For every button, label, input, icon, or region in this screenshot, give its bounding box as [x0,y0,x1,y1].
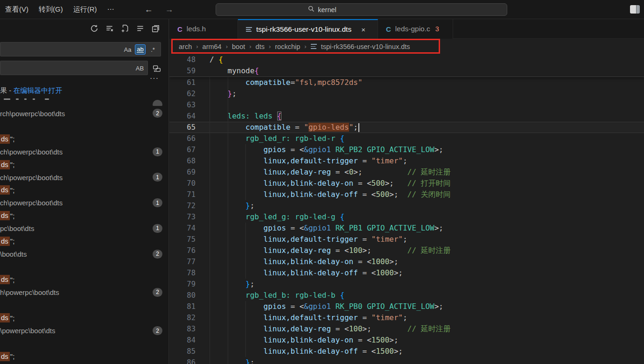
close-tab-icon[interactable]: × [361,26,365,34]
code-line-text: }; [210,88,237,99]
sticky-scroll: 48/ {59 mynode{ [169,54,644,77]
code-line-73[interactable]: 73 rgb_led_g: rgb-led-g { [169,211,644,223]
file-path: ch\powerpc\boot\dts [0,174,63,182]
history-back-icon[interactable]: ← [144,5,154,14]
replace-input[interactable]: AB [0,61,148,75]
code-line-65[interactable]: 65 compatible = "gpio-leds"; [169,122,644,133]
code-line-61[interactable]: 61 compatible="fsl,mpc8572ds" [169,77,644,88]
line-number: 71 [169,190,196,199]
collapse-all-icon[interactable] [151,24,161,33]
layout-toggle-icon[interactable] [630,5,640,14]
search-result-file-row[interactable]: \boot\dts2 [0,248,169,260]
search-result-row[interactable]: ds"; [0,210,169,222]
code-line-63[interactable]: 63 [169,99,644,111]
open-in-editor-link[interactable]: 在编辑器中打开 [13,86,62,94]
match-case-toggle[interactable]: Aa [122,44,133,55]
breadcrumb-item-arch[interactable]: arch [179,43,192,50]
tab-leds-gpio.c[interactable]: Cleds-gpio.c3 [378,19,453,39]
breadcrumb-item-dts[interactable]: dts [256,43,265,50]
command-center-search[interactable]: kernel [216,3,507,16]
menu-运行(R)[interactable]: 运行(R) [68,3,102,16]
search-result-file-row[interactable]: pc\boot\dts1 [0,222,169,235]
code-line-86[interactable]: 86 }; [169,357,644,364]
preserve-case-toggle[interactable]: AB [134,63,145,73]
code-line-84[interactable]: 84 linux,blink-delay-on = <1500>; [169,335,644,346]
code-line-79[interactable]: 79 }; [169,279,644,290]
search-result-file-row[interactable]: rch\powerpc\boot\dts2 [0,107,169,119]
tab-leds.h[interactable]: Cleds.h [169,19,238,39]
code-line-72[interactable]: 72 }; [169,200,644,211]
replace-all-icon[interactable] [152,63,162,74]
search-result-file-row[interactable]: h\powerpc\boot\dts2 [0,286,169,299]
dts-file-icon [311,44,317,49]
code-line-67[interactable]: 67 gpios = <&gpio1 RK_PB2 GPIO_ACTIVE_LO… [169,144,644,155]
search-result-row[interactable] [0,260,169,273]
line-number: 59 [169,67,196,75]
code-line-66[interactable]: 66 rgb_led_r: rgb-led-r { [169,133,644,144]
expand-all-icon[interactable] [136,24,145,33]
code-line-text: compatible="fsl,mpc8572ds" [210,77,363,88]
clipped-row-text-fragment [45,98,49,100]
use-regex-toggle[interactable]: .* [147,44,158,55]
match-suffix: "; [10,135,15,143]
code-line-59[interactable]: 59 mynode{ [169,65,644,77]
clear-search-results-icon[interactable] [105,24,114,33]
whole-word-toggle[interactable]: ab [135,44,146,55]
code-line-76[interactable]: 76 linux,delay-reg = <100>; // 延时注册 [169,245,644,256]
breadcrumb-item-rockchip[interactable]: rockchip [275,43,300,50]
search-result-row[interactable]: ds"; [0,273,169,286]
breadcrumb-item-arm64[interactable]: arm64 [203,43,222,50]
code-line-68[interactable]: 68 linux,default-trigger = "timer"; [169,155,644,167]
code-line-69[interactable]: 69 linux,delay-reg = <0>; // 延时注册 [169,167,644,178]
search-result-row[interactable] [0,337,169,350]
search-result-file-row[interactable]: ch\powerpc\boot\dts1 [0,171,169,183]
line-number: 85 [169,347,196,356]
indent-guide [245,301,246,357]
search-result-row[interactable] [0,94,169,107]
code-line-85[interactable]: 85 linux,blink-delay-off = <1500>; [169,346,644,357]
code-line-74[interactable]: 74 gpios = <&gpio1 RK_PB1 GPIO_ACTIVE_LO… [169,223,644,234]
code-line-82[interactable]: 82 linux,default-trigger = "timer"; [169,312,644,323]
open-new-search-editor-icon[interactable] [120,24,130,33]
line-number: 76 [169,246,196,255]
code-line-81[interactable]: 81 gpios = <&gpio1 RK_PB0 GPIO_ACTIVE_LO… [169,301,644,312]
match-count-badge: 1 [153,224,162,233]
code-line-83[interactable]: 83 linux,delay-reg = <100>; // 延时注册 [169,323,644,335]
menu-⋯[interactable]: ⋯ [102,3,119,16]
match-count-badge: 1 [153,173,162,182]
search-result-row[interactable]: ds"; [0,133,169,145]
search-result-row[interactable]: ds"; [0,158,169,171]
menu-查看(V)[interactable]: 查看(V) [0,3,34,16]
search-view-actions [90,24,161,33]
history-forward-icon[interactable]: → [164,5,175,14]
search-result-row[interactable]: ds"; [0,350,169,363]
search-result-row[interactable] [0,299,169,311]
code-line-71[interactable]: 71 linux,blink-delay-off = <500>; // 关闭时… [169,189,644,200]
search-result-file-row[interactable]: ch\powerpc\boot\dts1 [0,196,169,209]
code-line-80[interactable]: 80 rgb_led_b: rgb-led-b { [169,290,644,301]
search-result-row[interactable] [0,120,169,133]
code-line-70[interactable]: 70 linux,blink-delay-on = <500>; // 打开时间 [169,178,644,189]
refresh-icon[interactable] [90,24,99,33]
toggle-search-details[interactable]: ··· [150,74,159,83]
code-line-64[interactable]: 64 leds: leds { [169,111,644,122]
code-line-48[interactable]: 48/ { [169,54,644,65]
breadcrumb-item-boot[interactable]: boot [232,43,245,50]
code-line-62[interactable]: 62 }; [169,88,644,99]
search-input[interactable]: Aaab.* [0,42,161,56]
search-result-row[interactable]: ds"; [0,235,169,247]
search-result-file-row[interactable]: \powerpc\boot\dts2 [0,324,169,337]
tab-tspi-rk3566-user-v10-linux.dts[interactable]: tspi-rk3566-user-v10-linux.dts× [238,19,378,39]
code-editor[interactable]: 48/ {59 mynode{ 61 compatible="fsl,mpc85… [169,54,644,364]
code-line-77[interactable]: 77 linux,blink-delay-on = <1000>; [169,256,644,267]
menu-转到(G)[interactable]: 转到(G) [34,3,68,16]
breadcrumb-file[interactable]: tspi-rk3566-user-v10-linux.dts [321,43,410,50]
match-suffix: "; [10,212,15,220]
breadcrumb[interactable]: arch›arm64›boot›dts›rockchip›tspi-rk3566… [169,39,644,54]
file-path: ch\powerpc\boot\dts [0,148,63,156]
code-line-78[interactable]: 78 linux,blink-delay-off = <1000>; [169,267,644,279]
code-line-75[interactable]: 75 linux,default-trigger = "timer"; [169,234,644,245]
search-result-row[interactable]: ds"; [0,312,169,324]
search-result-file-row[interactable]: ch\powerpc\boot\dts1 [0,146,169,158]
search-result-row[interactable]: ds"; [0,184,169,196]
